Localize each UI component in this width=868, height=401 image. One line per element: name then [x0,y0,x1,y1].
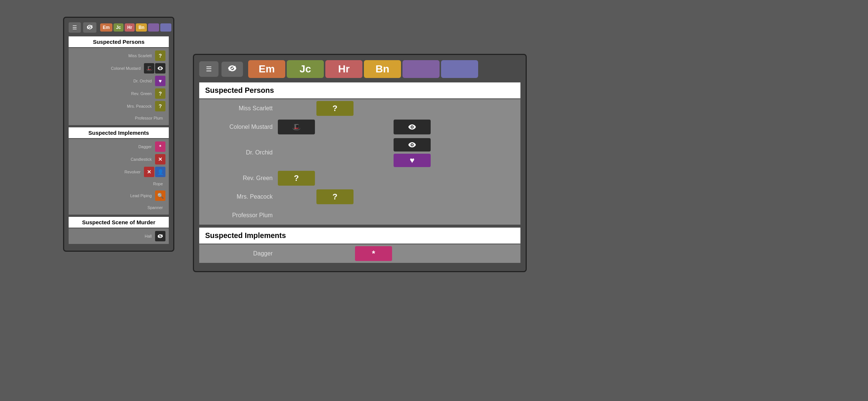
right-row-professor-plum: Professor Plum [199,206,520,225]
row-revolver: Revolver ✕ 👤 [69,166,169,178]
label-dr-orchid: Dr. Orchid [72,79,155,83]
right-label-colonel-mustard: Colonel Mustard [203,124,277,130]
cell-lead-piping-1[interactable]: 🔍 [155,190,165,201]
right-tab-bn[interactable]: Bn [364,60,401,78]
right-row-colonel-mustard: Colonel Mustard 🎩 [199,118,520,136]
cell-colonel-mustard-eye[interactable] [155,63,165,74]
right-cell-pp-6 [471,208,508,223]
implements-section: Dagger * Candlestick ✕ Revolver ✕ 👤 Rope… [69,139,169,215]
right-panel: ☰ Em Jc Hr Bn Suspected Persons Miss Sca… [193,54,527,272]
right-cell-cm-6 [471,120,508,134]
row-lead-piping: Lead Piping 🔍 [69,189,169,202]
right-eye-button[interactable] [221,62,243,77]
right-cell-ms-6 [471,101,508,116]
row-miss-scarlett: Miss Scarlett ? [69,49,169,62]
cell-mrs-peacock-1[interactable]: ? [155,101,165,111]
right-cell-pp-1 [278,208,315,223]
right-row-mrs-peacock: Mrs. Peacock ? [199,188,520,206]
right-toolbar: ☰ Em Jc Hr Bn [199,60,520,78]
left-player-tabs: Em Jc Hr Bn [100,23,171,32]
row-spanner: Spanner [69,202,169,213]
right-row-miss-scarlett: Miss Scarlett ? [199,99,520,118]
right-tab-hr[interactable]: Hr [325,60,362,78]
right-cell-pp-5 [432,208,469,223]
label-spanner: Spanner [72,205,166,210]
left-panel: ☰ Em Jc Hr Bn Suspected Persons Miss Sca… [63,17,174,252]
left-tab-hr[interactable]: Hr [125,23,135,32]
cell-colonel-mustard-1[interactable]: 🎩 [144,63,154,74]
row-candlestick: Candlestick ✕ [69,153,169,166]
right-cell-mp-4 [394,189,431,204]
right-cell-rg-5 [432,171,469,186]
right-player-tabs: Em Jc Hr Bn [248,60,478,78]
right-cell-do-1 [278,145,315,160]
right-cell-dg-4 [394,246,431,261]
cell-rev-green-1[interactable]: ? [155,88,165,99]
cell-revolver-2[interactable]: 👤 [155,167,165,177]
cell-dagger-1[interactable]: * [155,141,165,152]
right-persons-section: Miss Scarlett ? Colonel Mustard 🎩 Dr. Or… [199,99,520,225]
left-tab-em[interactable]: Em [100,23,112,32]
left-tab-5[interactable] [148,23,159,32]
right-cell-do-5 [432,145,469,160]
right-implements-header: Suspected Implements [199,228,520,244]
left-menu-button[interactable]: ☰ [69,22,81,33]
label-mrs-peacock: Mrs. Peacock [72,104,155,108]
right-cell-cm-1[interactable]: 🎩 [278,120,315,134]
cell-candlestick-1[interactable]: ✕ [155,154,165,164]
label-dagger: Dagger [72,144,155,149]
right-cell-rg-4 [394,171,431,186]
left-tab-jc[interactable]: Jc [114,23,124,32]
right-cell-ms-5 [432,101,469,116]
right-cell-do-eye[interactable] [394,138,431,151]
left-tab-6[interactable] [160,23,171,32]
right-menu-button[interactable]: ☰ [199,61,218,77]
label-professor-plum: Professor Plum [72,116,166,120]
left-eye-button[interactable] [83,22,96,33]
right-cell-dg-1 [278,246,315,261]
right-cell-ms-1 [278,101,315,116]
right-cell-cm-2 [316,120,354,134]
right-cell-rg-6 [471,171,508,186]
right-cell-dg-3[interactable]: * [355,246,392,261]
label-lead-piping: Lead Piping [72,193,155,198]
right-cell-dg-6 [471,246,508,261]
right-cell-mp-6 [471,189,508,204]
label-revolver: Revolver [72,170,144,174]
persons-section: Miss Scarlett ? Colonel Mustard 🎩 Dr. Or… [69,48,169,125]
right-label-miss-scarlett: Miss Scarlett [203,105,277,112]
right-label-dr-orchid: Dr. Orchid [203,149,277,156]
right-cell-do-3 [355,145,392,160]
right-tab-6[interactable] [441,60,478,78]
cell-miss-scarlett-1[interactable]: ? [155,50,165,61]
cell-dr-orchid-1[interactable]: ♥ [155,76,165,86]
implements-header: Suspected Implements [69,127,169,138]
scene-header: Suspected Scene of Murder [69,217,169,228]
right-tab-5[interactable] [402,60,440,78]
label-rope: Rope [72,182,166,186]
left-tab-bn[interactable]: Bn [136,23,147,32]
right-tab-em[interactable]: Em [248,60,285,78]
right-label-rev-green: Rev. Green [203,175,277,182]
cell-hall-eye[interactable] [155,231,165,241]
row-dagger: Dagger * [69,140,169,153]
right-cell-do-heart[interactable]: ♥ [394,154,431,167]
right-cell-pp-3 [355,208,392,223]
right-cell-cm-eye[interactable] [394,120,431,134]
right-row-rev-green: Rev. Green ? [199,169,520,188]
right-cell-do-2 [316,145,354,160]
right-cell-mp-5 [432,189,469,204]
right-cell-dg-2 [316,246,354,261]
right-tab-jc[interactable]: Jc [287,60,324,78]
right-cell-mp-2[interactable]: ? [316,189,354,204]
right-cell-dg-5 [432,246,469,261]
row-hall: Hall [69,230,169,242]
right-cell-ms-2[interactable]: ? [316,101,354,116]
right-cell-rg-1[interactable]: ? [278,171,315,186]
row-mrs-peacock: Mrs. Peacock ? [69,100,169,113]
label-miss-scarlett: Miss Scarlett [72,53,155,58]
right-cell-pp-2 [316,208,354,223]
cell-revolver-1[interactable]: ✕ [144,167,154,177]
right-cell-rg-3 [355,171,392,186]
right-label-dagger: Dagger [203,250,277,257]
